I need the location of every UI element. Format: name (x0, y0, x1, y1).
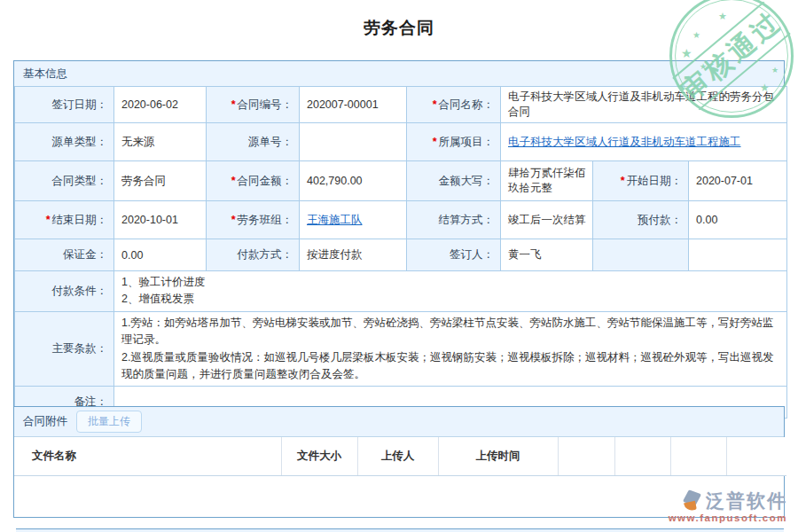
table-row: 源单类型： 无来源 源单号： *所属项目： 电子科技大学区域人行道及非机动车道工… (15, 123, 787, 161)
vendor-name: 泛普软件 (706, 491, 787, 510)
contract-name-label: *合同名称： (407, 87, 501, 123)
contract-type-value: 劳务合同 (114, 161, 207, 201)
attachments-header-row: 文件名称 文件大小 上传人 上传时间 (14, 437, 786, 475)
amount-in-words-value: 肆拾万贰仟柒佰玖拾元整 (501, 161, 593, 201)
field-label: 合同名称： (439, 98, 495, 111)
field-label: 合同类型： (52, 175, 108, 187)
column-header-empty (558, 437, 614, 475)
contract-no-value: 202007-00001 (300, 87, 407, 123)
labor-team-value: 王海施工队 (300, 201, 407, 239)
labor-team-link[interactable]: 王海施工队 (307, 214, 363, 226)
source-type-value: 无来源 (114, 123, 207, 161)
contract-no-label: *合同编号： (207, 87, 300, 123)
fanpu-logo-icon (683, 490, 704, 512)
source-no-label: 源单号： (207, 123, 300, 161)
basic-info-section-title: 基本信息 (14, 61, 784, 86)
column-header-uploader: 上传人 (357, 437, 438, 475)
signer-label: 签订人： (407, 239, 501, 271)
advance-payment-value: 0.00 (689, 201, 787, 239)
settlement-method-value: 竣工后一次结算 (501, 201, 593, 239)
payment-terms-label: 付款条件： (15, 271, 114, 312)
end-date-label: *结束日期： (15, 201, 114, 239)
column-header-upload-time: 上传时间 (438, 437, 558, 475)
vendor-logo: 泛普软件 www.fanpusoft.com (669, 490, 787, 524)
payment-method-value: 按进度付款 (300, 239, 407, 271)
batch-upload-button[interactable]: 批量上传 (76, 411, 142, 433)
start-date-label: *开始日期： (593, 161, 689, 201)
star-icon: ★ (681, 46, 692, 60)
vendor-url: www.fanpusoft.com (669, 513, 787, 524)
column-header-empty (726, 437, 786, 475)
required-mark: * (433, 136, 437, 148)
required-mark: * (46, 214, 51, 226)
field-label: 源单类型： (52, 136, 108, 148)
table-row: 付款条件： 1、验工计价进度 2、增值税发票 (15, 271, 787, 312)
field-label: 劳务班组： (238, 214, 293, 226)
amount-label: *合同金额： (207, 161, 300, 201)
table-row: 主要条款： 1.旁站：如旁站塔吊加节、旁站电梯安装或加节、旁站砼浇捣、旁站梁柱节… (15, 311, 787, 387)
field-label: 合同金额： (238, 175, 293, 187)
deposit-value: 0.00 (114, 239, 207, 271)
amount-value: 402,790.00 (300, 161, 407, 201)
empty-value-cell (689, 239, 787, 271)
end-date-value: 2020-10-01 (114, 201, 207, 239)
field-label: 付款方式： (238, 248, 293, 261)
field-label: 结算方式： (439, 214, 495, 226)
field-label: 合同编号： (238, 98, 293, 111)
table-row: *结束日期： 2020-10-01 *劳务班组： 王海施工队 结算方式： 竣工后… (15, 201, 787, 239)
required-mark: * (231, 98, 236, 111)
project-value: 电子科技大学区域人行道及非机动车道工程施工 (501, 123, 787, 161)
required-mark: * (231, 175, 236, 187)
source-type-label: 源单类型： (15, 123, 114, 161)
project-link[interactable]: 电子科技大学区域人行道及非机动车道工程施工 (508, 136, 741, 148)
signer-value: 黄一飞 (501, 239, 593, 271)
field-label: 源单号： (248, 136, 293, 148)
amount-in-words-label: 金额大写： (407, 161, 501, 201)
empty-label-cell (593, 239, 689, 271)
field-label: 签订日期： (52, 98, 108, 111)
attachments-section-title: 合同附件 (23, 414, 67, 429)
required-mark: * (231, 214, 236, 226)
source-no-value (300, 123, 407, 161)
page-title: 劳务合同 (0, 17, 798, 40)
field-label: 保证金： (63, 248, 107, 261)
attachments-header: 合同附件 批量上传 (14, 407, 784, 437)
field-label: 结束日期： (52, 214, 108, 226)
contract-type-label: 合同类型： (15, 161, 114, 201)
main-clauses-label: 主要条款： (15, 311, 114, 387)
sign-date-label: 签订日期： (15, 87, 114, 123)
deposit-label: 保证金： (15, 239, 114, 271)
required-mark: * (621, 175, 625, 187)
labor-team-label: *劳务班组： (207, 201, 300, 239)
required-mark: * (433, 98, 437, 111)
main-clauses-value: 1.旁站：如旁站塔吊加节、旁站电梯安装或加节、旁站砼浇捣、旁站梁柱节点安装、旁站… (114, 311, 787, 387)
field-label: 预付款： (638, 214, 682, 226)
field-label: 金额大写： (439, 175, 495, 187)
attachments-table: 文件名称 文件大小 上传人 上传时间 (14, 437, 786, 476)
field-label: 所属项目： (439, 136, 495, 148)
column-header-empty (614, 437, 670, 475)
basic-info-panel: 基本信息 签订日期： 2020-06-02 *合同编号： 202007-0000… (13, 60, 785, 419)
payment-terms-value: 1、验工计价进度 2、增值税发票 (114, 271, 787, 312)
field-label: 主要条款： (52, 342, 108, 355)
column-header-file-size: 文件大小 (281, 437, 357, 475)
labor-contract-page: { "page": { "title": "劳务合同" }, "marks": … (0, 0, 798, 532)
settlement-method-label: 结算方式： (407, 201, 501, 239)
advance-payment-label: 预付款： (593, 201, 689, 239)
field-label: 付款条件： (52, 285, 108, 297)
sign-date-value: 2020-06-02 (114, 87, 207, 123)
field-label: 开始日期： (627, 175, 683, 187)
column-header-file-name: 文件名称 (14, 437, 281, 475)
start-date-value: 2020-07-01 (689, 161, 787, 201)
table-row: 合同类型： 劳务合同 *合同金额： 402,790.00 金额大写： 肆拾万贰仟… (15, 161, 787, 201)
next-section-edge (16, 528, 784, 532)
payment-method-label: 付款方式： (207, 239, 300, 271)
project-label: *所属项目： (407, 123, 501, 161)
table-row: 签订日期： 2020-06-02 *合同编号： 202007-00001 *合同… (15, 87, 787, 123)
contract-name-value: 电子科技大学区域人行道及非机动车道工程的劳务分包合同 (501, 87, 787, 123)
column-header-empty (670, 437, 726, 475)
table-row: 保证金： 0.00 付款方式： 按进度付款 签订人： 黄一飞 (15, 239, 787, 271)
basic-info-table: 签订日期： 2020-06-02 *合同编号： 202007-00001 *合同… (14, 86, 787, 419)
field-label: 签订人： (450, 248, 494, 261)
